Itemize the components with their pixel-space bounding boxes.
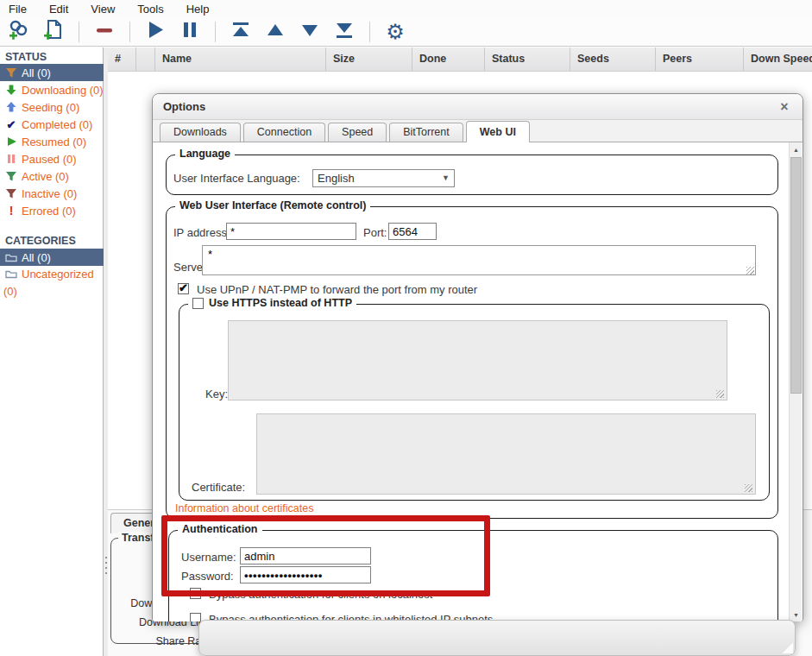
upnp-checkbox[interactable] bbox=[178, 283, 189, 294]
bypass-whitelist-checkbox[interactable] bbox=[190, 613, 201, 621]
move-top-icon bbox=[230, 19, 252, 45]
tab-downloads[interactable]: Downloads bbox=[160, 123, 241, 142]
language-groupbox: Language User Interface Language: Englis… bbox=[166, 155, 778, 195]
status-filter-resumed[interactable]: Resumed (0) bbox=[0, 133, 104, 150]
arrow-down-icon bbox=[3, 84, 19, 96]
ip-address-label: IP address: bbox=[173, 226, 230, 239]
filter-label: Completed (0) bbox=[22, 118, 92, 131]
bypass-localhost-checkbox[interactable] bbox=[190, 588, 201, 599]
move-down-button[interactable] bbox=[298, 21, 322, 43]
toolbar-separator bbox=[129, 22, 130, 42]
column-number[interactable]: # bbox=[108, 47, 136, 71]
authentication-legend: Authentication bbox=[178, 523, 262, 535]
column-peers[interactable]: Peers bbox=[656, 47, 744, 71]
ui-language-label: User Interface Language: bbox=[173, 172, 300, 185]
add-torrent-link-button[interactable] bbox=[7, 21, 31, 43]
status-filter-seeding[interactable]: Seeding (0) bbox=[0, 98, 104, 116]
column-down-speed[interactable]: Down Speed bbox=[744, 47, 812, 71]
ui-language-select[interactable]: English ▼ bbox=[312, 169, 455, 187]
arrow-up-icon bbox=[3, 101, 19, 113]
server-domains-input[interactable]: * bbox=[202, 245, 756, 275]
gear-icon: ⚙ bbox=[386, 21, 405, 43]
status-filter-completed[interactable]: ✔ Completed (0) bbox=[0, 116, 104, 133]
filter-label: Downloading (0) bbox=[22, 84, 104, 97]
menu-file[interactable]: File bbox=[9, 3, 27, 16]
tab-speed[interactable]: Speed bbox=[328, 123, 387, 142]
move-up-button[interactable] bbox=[263, 21, 287, 43]
ip-address-input[interactable] bbox=[226, 223, 356, 240]
column-size[interactable]: Size bbox=[326, 47, 412, 71]
bypass-localhost-label: Bypass authentication for clients on loc… bbox=[209, 588, 432, 601]
add-link-icon bbox=[8, 19, 30, 45]
port-label: Port: bbox=[363, 226, 387, 239]
status-filter-downloading[interactable]: Downloading (0) bbox=[0, 81, 104, 98]
webui-legend: Web User Interface (Remote control) bbox=[175, 199, 370, 211]
checkmark-icon: ✔ bbox=[3, 118, 19, 130]
pause-torrent-button[interactable] bbox=[178, 21, 202, 43]
folder-icon bbox=[3, 251, 19, 263]
category-all[interactable]: All (0) bbox=[0, 249, 104, 266]
move-to-top-button[interactable] bbox=[229, 21, 253, 43]
scroll-up-icon[interactable]: ▲ bbox=[790, 142, 803, 156]
resize-corner-icon[interactable] bbox=[777, 638, 793, 653]
password-input[interactable] bbox=[240, 566, 371, 583]
move-up-icon bbox=[264, 19, 286, 45]
menu-edit[interactable]: Edit bbox=[49, 3, 68, 16]
ui-language-value: English bbox=[318, 172, 355, 185]
column-done[interactable]: Done bbox=[412, 47, 485, 71]
filter-label: All (0) bbox=[22, 251, 51, 264]
exclamation-icon: ! bbox=[3, 205, 19, 217]
menu-tools[interactable]: Tools bbox=[137, 3, 163, 16]
splitter-handle-icon[interactable] bbox=[104, 557, 107, 579]
menu-bar: File Edit View Tools Help bbox=[0, 0, 812, 18]
status-header: STATUS bbox=[5, 51, 47, 63]
port-input[interactable] bbox=[388, 223, 437, 240]
resize-grip-icon[interactable] bbox=[746, 267, 754, 274]
https-legend-text: Use HTTPS instead of HTTP bbox=[209, 297, 352, 309]
tab-connection[interactable]: Connection bbox=[243, 123, 325, 142]
authentication-groupbox: Authentication Username: Password: Bypas… bbox=[168, 530, 778, 621]
delete-torrent-button[interactable] bbox=[92, 21, 116, 43]
chevron-down-icon: ▼ bbox=[442, 173, 450, 182]
scrollbar-thumb[interactable] bbox=[790, 157, 802, 394]
filters-sidebar: STATUS All (0) Downloading (0) Seeding (… bbox=[0, 47, 104, 656]
status-filter-inactive[interactable]: Inactive (0) bbox=[0, 185, 104, 202]
dialog-title: Options bbox=[163, 100, 205, 113]
https-legend: Use HTTPS instead of HTTP bbox=[188, 297, 356, 309]
filter-label: Inactive (0) bbox=[22, 187, 77, 200]
status-filter-active[interactable]: Active (0) bbox=[0, 167, 104, 185]
menu-view[interactable]: View bbox=[91, 3, 115, 16]
filter-label: Paused (0) bbox=[22, 153, 77, 166]
webui-groupbox: Web User Interface (Remote control) IP a… bbox=[166, 206, 778, 519]
dialog-scrollbar[interactable]: ▲ ▼ bbox=[789, 142, 802, 621]
upnp-label: Use UPnP / NAT-PMP to forward the port f… bbox=[197, 283, 477, 296]
dialog-titlebar[interactable]: Options × bbox=[153, 94, 803, 120]
column-seeds[interactable]: Seeds bbox=[570, 47, 656, 71]
close-icon[interactable]: × bbox=[777, 99, 792, 115]
options-button[interactable]: ⚙ bbox=[383, 21, 407, 43]
column-icon[interactable] bbox=[136, 47, 155, 71]
scroll-down-icon[interactable]: ▼ bbox=[790, 608, 803, 621]
key-input bbox=[228, 320, 727, 401]
certificates-info-link[interactable]: Information about certificates bbox=[175, 502, 314, 514]
status-filter-all[interactable]: All (0) bbox=[0, 64, 104, 81]
status-filter-paused[interactable]: Paused (0) bbox=[0, 150, 104, 167]
menu-help[interactable]: Help bbox=[186, 3, 210, 16]
move-to-bottom-button[interactable] bbox=[332, 21, 356, 43]
toolbar-separator bbox=[369, 22, 370, 42]
toolbar-separator bbox=[79, 22, 79, 42]
pause-icon bbox=[3, 153, 19, 165]
status-filter-errored[interactable]: ! Errored (0) bbox=[0, 202, 104, 219]
funnel-icon bbox=[3, 66, 19, 79]
webui-settings-panel: Language User Interface Language: Englis… bbox=[153, 142, 803, 621]
https-checkbox[interactable] bbox=[192, 298, 204, 309]
username-input[interactable] bbox=[240, 547, 371, 565]
category-uncategorized[interactable]: Uncategorized (0) bbox=[0, 266, 102, 300]
start-torrent-button[interactable] bbox=[143, 21, 167, 43]
column-status[interactable]: Status bbox=[485, 47, 570, 71]
tab-bittorrent[interactable]: BitTorrent bbox=[389, 123, 463, 142]
column-name[interactable]: Name bbox=[155, 47, 326, 71]
add-torrent-file-button[interactable] bbox=[41, 21, 66, 43]
tab-web-ui[interactable]: Web UI bbox=[466, 121, 530, 142]
torrent-table-header: # Name Size Done Status Seeds Peers Down… bbox=[108, 47, 812, 72]
